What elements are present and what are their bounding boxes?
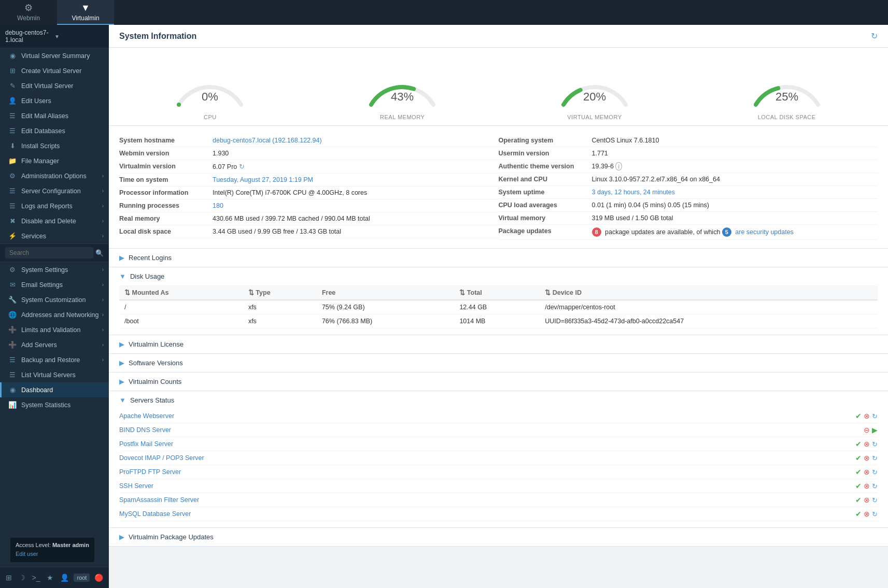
apache-link[interactable]: Apache Webserver (119, 412, 855, 420)
mysql-link[interactable]: MySQL Database Server (119, 510, 855, 518)
mysql-actions: ✔ ⊗ ↻ (855, 510, 878, 518)
refresh-icon[interactable]: ↻ (872, 510, 878, 518)
sidebar-item-label: Install Scripts (21, 142, 104, 150)
sidebar-item-edit-databases[interactable]: ☰ Edit Databases (0, 123, 109, 138)
refresh-icon[interactable]: ↻ (872, 440, 878, 448)
processes-link[interactable]: 180 (213, 202, 223, 209)
info-val: 180 (213, 202, 223, 209)
sidebar-item-edit-users[interactable]: 👤 Edit Users (0, 93, 109, 108)
chevron-down-icon: ▼ (54, 34, 104, 39)
uptime-link[interactable]: 3 days, 12 hours, 24 minutes (592, 189, 675, 196)
tab-virtualmin[interactable]: ▼ Virtualmin (57, 0, 114, 25)
virtualmin-counts-toggle[interactable]: ▶ Virtualmin Counts (109, 372, 888, 391)
stop-icon[interactable]: ⊗ (864, 496, 870, 504)
tab-webmin[interactable]: ⚙ Webmin (0, 0, 57, 25)
sidebar-item-logs-and-reports[interactable]: ☰ Logs and Reports › (0, 198, 109, 213)
sidebar-item-server-configuration[interactable]: ☰ Server Configuration › (0, 183, 109, 198)
sidebar-item-create-virtual-server[interactable]: ⊞ Create Virtual Server (0, 63, 109, 78)
sort-icon: ⇅ (545, 289, 551, 296)
sidebar-item-administration-options[interactable]: ⚙ Administration Options › (0, 168, 109, 183)
bind-link[interactable]: BIND DNS Server (119, 426, 864, 434)
system-info-left: System hostname debug-centos7.local (192… (119, 134, 499, 240)
search-icon[interactable]: 🔍 (95, 249, 104, 257)
play-icon[interactable]: ▶ (872, 426, 878, 434)
refresh-icon[interactable]: ↻ (872, 454, 878, 462)
sidebar-item-disable-delete[interactable]: ✖ Disable and Delete › (0, 213, 109, 228)
toolbar-power-icon[interactable]: 🔴 (92, 571, 105, 584)
recent-logins-toggle[interactable]: ▶ Recent Logins (109, 249, 888, 267)
col-free[interactable]: Free (317, 285, 454, 300)
col-device-id[interactable]: ⇅ Device ID (540, 285, 878, 300)
refresh-icon[interactable]: ↻ (872, 412, 878, 420)
info-key: Virtual memory (499, 214, 592, 222)
disk-usage-label: Disk Usage (130, 273, 164, 280)
stop-icon[interactable]: ⊗ (864, 482, 870, 490)
ssh-link[interactable]: SSH Server (119, 482, 855, 490)
refresh-icon[interactable]: ↻ (872, 496, 878, 504)
toolbar-grid-icon[interactable]: ⊞ (4, 571, 14, 584)
toolbar-star-icon[interactable]: ★ (45, 571, 55, 584)
info-val: Tuesday, August 27, 2019 1:19 PM (213, 176, 313, 183)
virtualmin-package-updates-toggle[interactable]: ▶ Virtualmin Package Updates (109, 528, 888, 546)
sidebar-item-add-servers[interactable]: ➕ Add Servers › (0, 337, 109, 352)
stop-icon[interactable]: ⊗ (864, 440, 870, 448)
sidebar-item-label: Dashboard (21, 386, 104, 394)
sidebar-item-limits-validation[interactable]: ➕ Limits and Validation › (0, 322, 109, 337)
stop-icon[interactable]: ⊗ (864, 412, 870, 420)
stop-icon[interactable]: ⊗ (864, 454, 870, 462)
chevron-right-icon: › (102, 312, 104, 318)
proftpd-link[interactable]: ProFTPD FTP Server (119, 468, 855, 476)
info-row-kernel: Kernel and CPU Linux 3.10.0-957.27.2.el7… (499, 173, 878, 186)
security-updates-link[interactable]: are security updates (735, 228, 794, 236)
disk-usage-toggle[interactable]: ▼ Disk Usage (109, 267, 888, 285)
list-icon: ☰ (8, 371, 17, 379)
sidebar-item-file-manager[interactable]: 📁 File Manager (0, 153, 109, 168)
time-link[interactable]: Tuesday, August 27, 2019 1:19 PM (213, 176, 313, 183)
refresh-button[interactable]: ↻ (871, 31, 878, 41)
toolbar-terminal-icon[interactable]: >_ (30, 571, 43, 584)
software-versions-toggle[interactable]: ▶ Software Versions (109, 354, 888, 372)
sidebar-item-dashboard[interactable]: ◉ Dashboard (0, 382, 109, 397)
sidebar-item-edit-mail-aliases[interactable]: ☰ Edit Mail Aliases (0, 108, 109, 123)
servers-status-toggle[interactable]: ▼ Servers Status (109, 391, 888, 409)
postfix-link[interactable]: Postfix Mail Server (119, 440, 855, 448)
refresh-icon[interactable]: ↻ (239, 163, 245, 170)
sidebar-item-edit-virtual-server[interactable]: ✎ Edit Virtual Server (0, 78, 109, 93)
col-total[interactable]: ⇅ Total (454, 285, 540, 300)
virtualmin-license-toggle[interactable]: ▶ Virtualmin License (109, 335, 888, 353)
toolbar-user-icon[interactable]: 👤 (58, 571, 71, 584)
info-val-hostname: debug-centos7.local (192.168.122.94) (213, 137, 322, 144)
sidebar-item-virtual-server-summary[interactable]: ◉ Virtual Server Summary (0, 48, 109, 63)
info-icon[interactable]: i (615, 162, 622, 170)
sidebar-item-install-scripts[interactable]: ⬇ Install Scripts (0, 138, 109, 153)
refresh-icon[interactable]: ↻ (872, 482, 878, 490)
chevron-right-icon: › (102, 282, 104, 288)
spamassassin-link[interactable]: SpamAssassin Filter Server (119, 496, 855, 504)
dovecot-link[interactable]: Dovecot IMAP / POP3 Server (119, 454, 855, 462)
sidebar-item-addresses-networking[interactable]: 🌐 Addresses and Networking › (0, 307, 109, 322)
root-badge[interactable]: root (74, 573, 90, 582)
info-key: Usermin version (499, 150, 592, 157)
col-type[interactable]: ⇅ Type (243, 285, 317, 300)
col-mounted-as[interactable]: ⇅ Mounted As (119, 285, 243, 300)
cell-free: 76% (766.83 MB) (317, 314, 454, 328)
info-row-processes: Running processes 180 (119, 199, 499, 212)
toolbar-moon-icon[interactable]: ☽ (17, 571, 27, 584)
sidebar-item-backup-restore[interactable]: ☰ Backup and Restore › (0, 352, 109, 367)
sidebar-item-services[interactable]: ⚡ Services › (0, 228, 109, 243)
caret-right-icon: ▶ (119, 533, 124, 541)
stop-icon[interactable]: ⊗ (864, 468, 870, 476)
hostname-link[interactable]: debug-centos7.local (192.168.122.94) (213, 137, 322, 144)
sidebar-item-system-statistics[interactable]: 📊 System Statistics (0, 397, 109, 412)
servers-status-section: ▼ Servers Status Apache Webserver ✔ ⊗ ↻ … (109, 391, 888, 528)
server-dropdown[interactable]: debug-centos7-1.local ▼ (0, 25, 109, 48)
edit-user-link[interactable]: Edit user (16, 551, 38, 557)
info-val: Intel(R) Core(TM) i7-6700K CPU @ 4.00GHz… (213, 189, 367, 196)
sidebar-item-system-customization[interactable]: 🔧 System Customization › (0, 292, 109, 307)
search-input[interactable] (5, 247, 93, 259)
stop-icon[interactable]: ⊗ (864, 510, 870, 518)
sidebar-item-email-settings[interactable]: ✉ Email Settings › (0, 277, 109, 292)
sidebar-item-list-virtual-servers[interactable]: ☰ List Virtual Servers (0, 367, 109, 382)
sidebar-item-system-settings[interactable]: ⚙ System Settings › (0, 262, 109, 277)
refresh-icon[interactable]: ↻ (872, 468, 878, 476)
